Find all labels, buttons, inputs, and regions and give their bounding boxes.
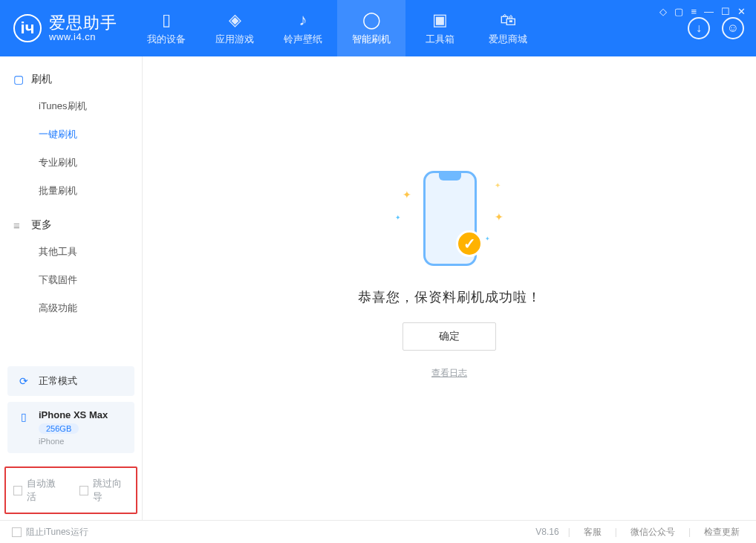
- checkbox-label: 跳过向导: [93, 477, 128, 504]
- tab-label: 爱思商城: [489, 33, 527, 46]
- sparkle-icon: ✦: [395, 214, 401, 221]
- user-button[interactable]: ☺: [722, 17, 744, 39]
- main-content: ✦ ✦ ✦ ✦ ✦ ✓ 恭喜您，保资料刷机成功啦！ 确定 查看日志: [143, 56, 756, 520]
- tab-label: 我的设备: [147, 33, 186, 46]
- status-link-support[interactable]: 客服: [579, 526, 606, 539]
- menu-icon[interactable]: ≡: [691, 6, 697, 17]
- main-tabs: ▯ 我的设备 ◈ 应用游戏 ♪ 铃声壁纸 ◯ 智能刷机 ▣ 工具箱 🛍 爱思商城: [132, 0, 542, 56]
- checkbox-icon: [12, 527, 22, 537]
- app-logo: iч 爱思助手 www.i4.cn: [0, 14, 132, 42]
- phone-icon: ▯: [16, 409, 31, 424]
- checkmark-badge-icon: ✓: [456, 230, 483, 257]
- flash-options-highlighted: 自动激活 跳过向导: [4, 466, 137, 514]
- list-icon: ≡: [13, 219, 25, 232]
- toolbox-icon: ▣: [432, 10, 448, 30]
- shirt-icon[interactable]: ◇: [659, 6, 667, 17]
- tab-store[interactable]: 🛍 爱思商城: [474, 0, 542, 56]
- device-icon: ▢: [13, 73, 25, 86]
- feedback-icon[interactable]: ▢: [674, 6, 683, 17]
- status-link-wechat[interactable]: 微信公众号: [626, 526, 680, 539]
- tab-label: 应用游戏: [215, 33, 254, 46]
- sidebar-item-oneclick-flash[interactable]: 一键刷机: [0, 120, 142, 149]
- sidebar-group-more[interactable]: ≡ 更多: [0, 212, 142, 238]
- sidebar-item-itunes-flash[interactable]: iTunes刷机: [0, 92, 142, 120]
- sync-icon: ⟳: [16, 374, 31, 388]
- sidebar: ▢ 刷机 iTunes刷机 一键刷机 专业刷机 批量刷机 ≡ 更多 其他工具 下…: [0, 56, 143, 520]
- checkbox-auto-activate[interactable]: 自动激活: [13, 477, 63, 504]
- tab-toolbox[interactable]: ▣ 工具箱: [405, 0, 474, 56]
- status-bar: 阻止iTunes运行 V8.16 | 客服 | 微信公众号 | 检查更新: [0, 520, 756, 543]
- sidebar-group-flash[interactable]: ▢ 刷机: [0, 67, 142, 92]
- checkbox-label: 阻止iTunes运行: [26, 526, 88, 539]
- success-illustration: ✦ ✦ ✦ ✦ ✦ ✓: [394, 168, 505, 272]
- tab-label: 智能刷机: [352, 33, 391, 46]
- device-mode: 正常模式: [39, 374, 77, 388]
- tab-apps-games[interactable]: ◈ 应用游戏: [201, 0, 269, 56]
- device-type: iPhone: [39, 437, 108, 446]
- device-storage: 256GB: [39, 423, 79, 434]
- group-title: 更多: [31, 218, 52, 232]
- sidebar-item-advanced[interactable]: 高级功能: [0, 294, 142, 322]
- tab-label: 工具箱: [426, 33, 454, 46]
- music-icon: ♪: [299, 10, 307, 30]
- minimize-button[interactable]: —: [704, 6, 714, 17]
- app-name: 爱思助手: [49, 14, 117, 32]
- shield-icon: ◯: [362, 10, 381, 30]
- device-mode-card[interactable]: ⟳ 正常模式: [7, 366, 134, 396]
- sidebar-item-pro-flash[interactable]: 专业刷机: [0, 149, 142, 177]
- maximize-button[interactable]: ☐: [721, 6, 730, 17]
- titlebar: iч 爱思助手 www.i4.cn ▯ 我的设备 ◈ 应用游戏 ♪ 铃声壁纸 ◯…: [0, 0, 756, 56]
- device-info-card[interactable]: ▯ iPhone XS Max 256GB iPhone: [7, 402, 134, 453]
- device-name: iPhone XS Max: [39, 409, 108, 420]
- checkbox-label: 自动激活: [27, 477, 62, 504]
- app-url: www.i4.cn: [49, 32, 117, 42]
- tab-ringtone-wallpaper[interactable]: ♪ 铃声壁纸: [269, 0, 337, 56]
- close-button[interactable]: ✕: [737, 6, 746, 17]
- tab-smart-flash[interactable]: ◯ 智能刷机: [337, 0, 405, 56]
- sparkle-icon: ✦: [495, 181, 501, 189]
- sparkle-icon: ✦: [495, 211, 504, 223]
- logo-icon: iч: [13, 14, 42, 42]
- checkbox-skip-guide[interactable]: 跳过向导: [79, 477, 129, 504]
- checkbox-block-itunes[interactable]: 阻止iTunes运行: [12, 526, 88, 539]
- group-title: 刷机: [31, 73, 52, 86]
- download-button[interactable]: ↓: [688, 17, 710, 39]
- status-link-update[interactable]: 检查更新: [700, 526, 744, 539]
- sidebar-item-download-firmware[interactable]: 下载固件: [0, 266, 142, 294]
- view-log-link[interactable]: 查看日志: [431, 367, 467, 380]
- version-label: V8.16: [535, 527, 558, 537]
- success-message: 恭喜您，保资料刷机成功啦！: [358, 288, 541, 306]
- checkbox-icon: [79, 486, 88, 495]
- sidebar-item-other-tools[interactable]: 其他工具: [0, 238, 142, 266]
- cube-icon: ◈: [229, 10, 241, 30]
- tab-label: 铃声壁纸: [284, 33, 322, 46]
- window-controls: ◇ ▢ ≡ — ☐ ✕: [659, 6, 746, 17]
- tab-my-device[interactable]: ▯ 我的设备: [132, 0, 201, 56]
- sparkle-icon: ✦: [403, 189, 411, 201]
- checkbox-icon: [13, 486, 22, 495]
- sparkle-icon: ✦: [485, 235, 490, 242]
- phone-icon: ▯: [162, 10, 171, 30]
- sidebar-item-batch-flash[interactable]: 批量刷机: [0, 177, 142, 205]
- ok-button[interactable]: 确定: [403, 322, 496, 351]
- bag-icon: 🛍: [500, 10, 516, 30]
